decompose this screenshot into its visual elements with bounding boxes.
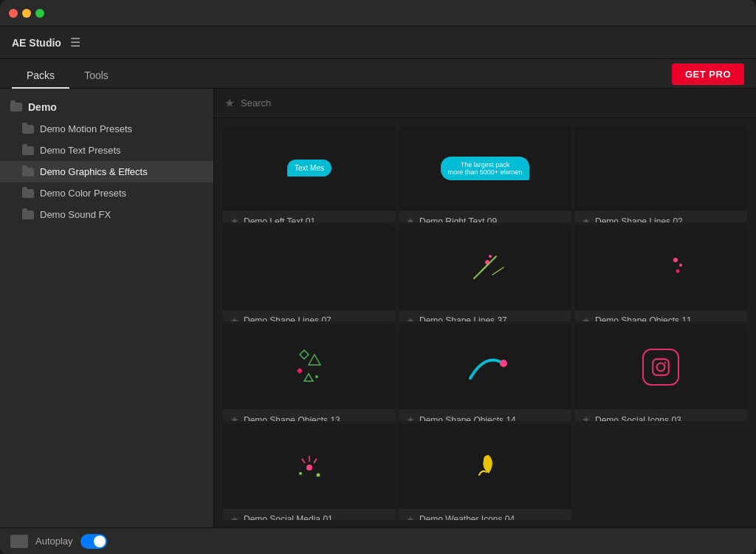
grid-thumb	[399, 324, 571, 409]
instagram-icon	[642, 349, 679, 386]
toggle-thumb	[94, 536, 106, 547]
grid-item-shape-objects-14[interactable]: ★ Demo Shape Objects 14	[399, 324, 571, 421]
sidebar-root-folder[interactable]: Demo	[0, 96, 213, 118]
star-icon[interactable]: ★	[230, 514, 239, 521]
sidebar-root-label: Demo	[28, 101, 57, 113]
star-icon[interactable]: ★	[582, 315, 591, 322]
grid-thumb: Text Mes	[223, 126, 396, 211]
star-icon[interactable]: ★	[230, 414, 239, 421]
maximize-button[interactable]	[35, 9, 44, 18]
svg-point-15	[657, 363, 665, 371]
minimize-button[interactable]	[22, 9, 31, 18]
star-icon[interactable]: ★	[230, 216, 239, 222]
grid-label: ★ Demo Social Icons 03	[574, 409, 747, 421]
grid-item-title: Demo Shape Lines 02	[595, 216, 683, 222]
main-layout: Demo Demo Motion Presets Demo Text Prese…	[0, 89, 756, 527]
grid-item-title: Demo Social Media 01	[244, 514, 333, 520]
grid-item-shape-lines-02[interactable]: ★ Demo Shape Lines 02	[574, 126, 747, 222]
star-filter-icon[interactable]: ★	[224, 96, 235, 110]
svg-point-7	[676, 270, 680, 273]
svg-marker-10	[297, 368, 303, 374]
star-icon[interactable]: ★	[230, 315, 239, 322]
menu-icon[interactable]: ☰	[70, 35, 80, 49]
grid-item-title: Demo Shape Objects 11	[595, 315, 692, 321]
sidebar-item-label: Demo Graphics & Effects	[40, 166, 148, 177]
svg-point-17	[306, 465, 312, 471]
grid-thumb: The largest packmore than 5000+ elemen	[399, 126, 571, 211]
star-icon[interactable]: ★	[582, 414, 591, 421]
svg-line-3	[474, 264, 489, 278]
grid-item-social-icons-03[interactable]: ★ Demo Social Icons 03	[574, 324, 747, 421]
folder-icon	[22, 211, 34, 219]
content-area: ★ Text Mes ★ Demo Left Text 01 The large…	[214, 89, 756, 527]
tab-tools[interactable]: Tools	[69, 64, 123, 89]
sidebar-item-graphics-effects[interactable]: Demo Graphics & Effects	[0, 161, 213, 182]
autoplay-label: Autoplay	[35, 536, 73, 547]
app-header: AE Studio ☰	[0, 27, 756, 59]
star-icon[interactable]: ★	[406, 514, 415, 521]
sidebar-item-color-presets[interactable]: Demo Color Presets	[0, 182, 213, 204]
sidebar: Demo Demo Motion Presets Demo Text Prese…	[0, 89, 214, 527]
grid-label: ★ Demo Shape Objects 11	[574, 310, 747, 322]
svg-point-12	[315, 375, 318, 378]
grid-thumb	[223, 225, 396, 310]
grid-item-title: Demo Shape Objects 14	[419, 415, 516, 421]
grid-item-title: Demo Shape Objects 13	[244, 415, 340, 421]
grid-thumb	[223, 424, 396, 509]
svg-point-21	[299, 472, 302, 475]
text-bubble: The largest packmore than 5000+ elemen	[441, 157, 529, 180]
shapes14-svg	[448, 330, 522, 404]
sidebar-item-sound-fx[interactable]: Demo Sound FX	[0, 204, 213, 225]
sidebar-item-label: Demo Sound FX	[40, 209, 111, 220]
tabs-container: Packs Tools	[12, 64, 123, 88]
star-icon[interactable]: ★	[406, 216, 415, 222]
autoplay-toggle[interactable]	[80, 534, 107, 549]
svg-rect-14	[653, 359, 669, 375]
search-bar: ★	[214, 89, 756, 118]
grid-item-shape-objects-13[interactable]: ★ Demo Shape Objects 13	[223, 324, 396, 421]
svg-point-16	[664, 361, 667, 363]
grid-container: Text Mes ★ Demo Left Text 01 The largest…	[214, 118, 756, 527]
grid-item-shape-lines-07[interactable]: ★ Demo Shape Lines 07	[223, 225, 396, 322]
grid-item-shape-lines-37[interactable]: ★ Demo Shape Lines 37	[399, 225, 571, 322]
svg-marker-8	[300, 350, 309, 359]
grid-item-title: Demo Weather Icons 04	[419, 514, 515, 520]
folder-icon	[22, 168, 34, 177]
grid-item-title: Demo Shape Lines 07	[244, 315, 331, 321]
grid-item-weather-icons-04[interactable]: ★ Demo Weather Icons 04	[399, 424, 571, 521]
grid-item-social-media-01[interactable]: ★ Demo Social Media 01	[223, 424, 396, 521]
app-title: AE Studio	[12, 37, 61, 49]
star-icon[interactable]: ★	[406, 414, 415, 421]
close-button[interactable]	[9, 9, 18, 18]
grid-label: ★ Demo Right Text 09	[399, 211, 571, 222]
grid-thumb	[399, 424, 571, 509]
star-icon[interactable]: ★	[582, 216, 591, 222]
bottom-bar: Autoplay	[0, 527, 756, 554]
svg-line-20	[314, 459, 317, 463]
tab-packs[interactable]: Packs	[12, 64, 69, 89]
grid-item-title: Demo Social Icons 03	[595, 415, 681, 421]
svg-point-1	[489, 255, 492, 258]
svg-line-18	[302, 459, 305, 463]
sidebar-item-label: Demo Text Presets	[40, 145, 121, 156]
social-sparkle-svg	[280, 437, 339, 496]
grid-item-title: Demo Right Text 09	[419, 216, 497, 222]
star-icon[interactable]: ★	[406, 315, 415, 322]
shapes-svg	[276, 334, 343, 400]
sidebar-item-text-presets[interactable]: Demo Text Presets	[0, 140, 213, 161]
folder-icon	[22, 146, 34, 155]
grid-thumb	[223, 324, 396, 409]
traffic-lights	[9, 9, 44, 18]
grid-item-left-text-01[interactable]: Text Mes ★ Demo Left Text 01	[223, 126, 396, 222]
grid-item-shape-objects-11[interactable]: ★ Demo Shape Objects 11	[574, 225, 747, 322]
svg-point-5	[673, 258, 678, 262]
get-pro-button[interactable]: GET PRO	[672, 64, 744, 85]
weather-svg	[456, 437, 515, 496]
search-input[interactable]	[241, 98, 746, 109]
folder-icon	[22, 189, 34, 198]
svg-point-22	[317, 473, 320, 477]
sidebar-item-motion-presets[interactable]: Demo Motion Presets	[0, 118, 213, 140]
grid-item-right-text-09[interactable]: The largest packmore than 5000+ elemen ★…	[399, 126, 571, 222]
svg-marker-9	[309, 355, 320, 365]
sidebar-item-label: Demo Color Presets	[40, 188, 126, 199]
